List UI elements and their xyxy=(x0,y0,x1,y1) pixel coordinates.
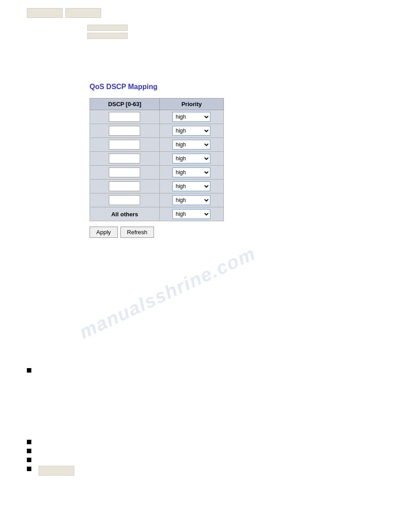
priority-cell-1: highmediumlownormal xyxy=(159,124,223,138)
priority-cell-0: highmediumlownormal xyxy=(159,110,223,124)
priority-select-5[interactable]: highmediumlownormal xyxy=(172,181,210,191)
dscp-input-0[interactable] xyxy=(109,112,140,122)
dscp-input-cell-0 xyxy=(90,110,160,124)
bullet-item-1 xyxy=(27,367,35,373)
dscp-input-5[interactable] xyxy=(109,181,140,191)
table-row: highmediumlownormal xyxy=(90,180,224,193)
side-tab-1[interactable] xyxy=(87,25,128,31)
bullet-icon-1 xyxy=(27,368,31,373)
refresh-button[interactable]: Refresh xyxy=(120,227,154,238)
priority-select-0[interactable]: highmediumlownormal xyxy=(172,112,210,122)
table-row: highmediumlownormal xyxy=(90,166,224,180)
dscp-input-cell-1 xyxy=(90,124,160,138)
bullet-item-b3 xyxy=(27,457,74,462)
bullet-text-b4 xyxy=(35,466,74,476)
priority-cell-4: highmediumlownormal xyxy=(159,166,223,180)
priority-select-3[interactable]: highmediumlownormal xyxy=(172,154,210,163)
watermark: manualsshrine.com xyxy=(76,243,259,343)
bullet-item-b4 xyxy=(27,466,74,476)
dscp-input-3[interactable] xyxy=(109,154,140,163)
top-tabs xyxy=(87,25,128,39)
bullet-icon-b4 xyxy=(27,467,31,471)
priority-select-2[interactable]: highmediumlownormal xyxy=(172,140,210,150)
dscp-input-6[interactable] xyxy=(109,195,140,205)
all-others-label: All others xyxy=(90,207,160,221)
all-others-priority-cell: highmediumlownormal xyxy=(159,207,223,221)
bullet-icon-b2 xyxy=(27,449,31,453)
col-dscp-header: DSCP [0-63] xyxy=(90,99,160,110)
col-priority-header: Priority xyxy=(159,99,223,110)
bullet-item-b1 xyxy=(27,439,74,444)
bottom-section xyxy=(27,439,74,479)
bullet-icon-b3 xyxy=(27,458,31,462)
table-row: highmediumlownormal xyxy=(90,110,224,124)
priority-select-6[interactable]: highmediumlownormal xyxy=(172,195,210,205)
page-container: QoS DSCP Mapping DSCP [0-63] Priority hi… xyxy=(0,0,411,532)
all-others-row: All othershighmediumlownormal xyxy=(90,207,224,221)
table-row: highmediumlownormal xyxy=(90,152,224,166)
priority-select-4[interactable]: highmediumlownormal xyxy=(172,167,210,177)
page-title: QoS DSCP Mapping xyxy=(90,83,224,91)
dscp-input-cell-2 xyxy=(90,138,160,152)
all-others-priority-select[interactable]: highmediumlownormal xyxy=(172,209,210,219)
dscp-mapping-table: DSCP [0-63] Priority highmediumlownormal… xyxy=(90,98,224,221)
table-row: highmediumlownormal xyxy=(90,193,224,207)
dscp-input-cell-3 xyxy=(90,152,160,166)
priority-cell-6: highmediumlownormal xyxy=(159,193,223,207)
dscp-input-1[interactable] xyxy=(109,126,140,136)
dscp-input-cell-4 xyxy=(90,166,160,180)
dscp-input-cell-5 xyxy=(90,180,160,193)
top-left-tabs xyxy=(27,8,101,18)
priority-cell-2: highmediumlownormal xyxy=(159,138,223,152)
priority-select-1[interactable]: highmediumlownormal xyxy=(172,126,210,136)
apply-button[interactable]: Apply xyxy=(90,227,118,238)
lower-section xyxy=(27,367,35,376)
side-tab-2[interactable] xyxy=(87,33,128,39)
table-row: highmediumlownormal xyxy=(90,138,224,152)
bullet-icon-b1 xyxy=(27,440,31,444)
button-row: Apply Refresh xyxy=(90,227,224,238)
table-row: highmediumlownormal xyxy=(90,124,224,138)
top-tab-2[interactable] xyxy=(65,8,101,18)
top-tab-1[interactable] xyxy=(27,8,63,18)
bottom-tab-box xyxy=(39,466,74,476)
priority-cell-5: highmediumlownormal xyxy=(159,180,223,193)
dscp-input-2[interactable] xyxy=(109,140,140,150)
priority-cell-3: highmediumlownormal xyxy=(159,152,223,166)
dscp-input-4[interactable] xyxy=(109,167,140,177)
bullet-item-b2 xyxy=(27,448,74,453)
main-content: QoS DSCP Mapping DSCP [0-63] Priority hi… xyxy=(90,83,224,238)
dscp-input-cell-6 xyxy=(90,193,160,207)
